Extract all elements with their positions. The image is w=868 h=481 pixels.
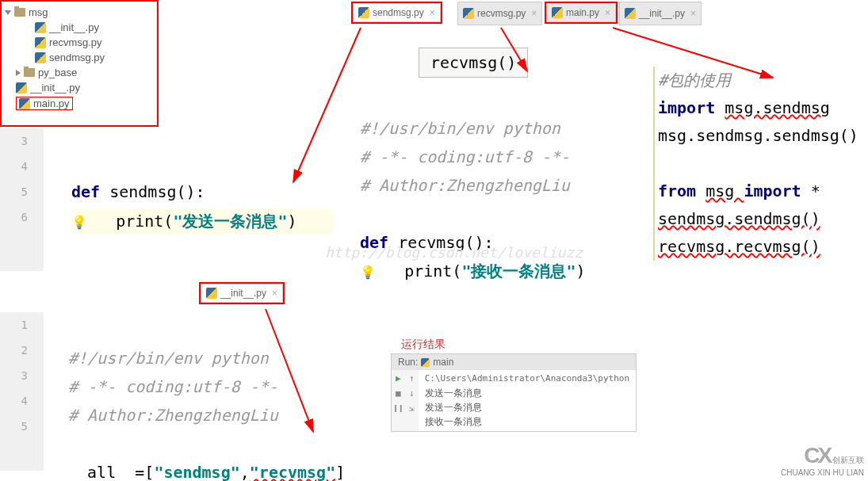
comment: # -*- coding:utf-8 -*-: [68, 377, 278, 396]
kw-import: import: [744, 181, 810, 200]
output-line: 接收一条消息: [425, 414, 629, 429]
run-output[interactable]: C:\Users\Administrator\Anaconda3\python …: [419, 370, 636, 431]
kw-import: import: [658, 98, 725, 117]
python-file-icon: [16, 82, 27, 94]
python-file-icon: [463, 8, 474, 19]
output-line: 发送一条消息: [425, 386, 629, 400]
line-number: 5: [0, 414, 28, 439]
tree-label: main.py: [33, 97, 70, 109]
run-controls-right: ↑ ↓ ⇲: [405, 370, 419, 431]
pause-icon[interactable]: ❙❙: [393, 403, 403, 414]
folder-icon: [24, 68, 35, 77]
python-file-icon: [358, 7, 369, 18]
line-number: 5: [0, 179, 28, 204]
tab-init[interactable]: __init__.py×: [619, 2, 702, 25]
string-literal: "sendmsg": [154, 463, 239, 481]
play-icon[interactable]: ▶: [396, 373, 401, 384]
logo-mark: CX: [804, 443, 830, 468]
bulb-icon[interactable]: 💡: [71, 215, 87, 230]
run-panel: Run: main ▶ ■ ❙❙ ↑ ↓ ⇲ C:\Users\Administ…: [391, 353, 637, 432]
code-sendmsg-print[interactable]: 💡 print("发送一条消息"): [71, 209, 333, 234]
tab-label: __init__.py: [639, 8, 685, 19]
bulb-icon[interactable]: 💡: [360, 265, 376, 280]
watermark: http://blog.csdn.net/loveliuzz: [325, 244, 583, 261]
comment: # Author:ZhengzhengLiu: [68, 406, 278, 425]
call: recvmsg.recvmsg(): [658, 237, 820, 256]
tree-label: recvmsg.py: [49, 36, 101, 48]
close-icon[interactable]: ×: [605, 7, 610, 18]
call: msg.sendmsg.sendmsg(): [658, 126, 858, 145]
svg-line-0: [293, 28, 361, 182]
tab-label: recvmsg.py: [477, 8, 526, 19]
logo: CX 创新互联 CHUANG XIN HU LIAN: [781, 443, 864, 477]
run-path: C:\Users\Administrator\Anaconda3\python: [425, 372, 629, 386]
python-file-icon: [552, 7, 563, 18]
line-number: 3: [0, 128, 28, 154]
close-icon[interactable]: ×: [690, 8, 696, 19]
tab-recvmsg[interactable]: recvmsg.py×: [457, 2, 542, 25]
string-literal: "recvmsg": [250, 463, 335, 481]
chevron-down-icon: [5, 10, 11, 15]
run-controls-left: ▶ ■ ❙❙: [392, 370, 405, 431]
comment: # Author:ZhengzhengLiu: [360, 176, 570, 195]
tab-init-wrap: __init__.py×: [619, 2, 702, 25]
fn-name: sendmsg():: [109, 182, 205, 201]
line-number: 2: [0, 338, 28, 363]
tab-sendmsg-wrap: sendmsg.py×: [351, 2, 442, 24]
comment: ##包的使用包的使用: [658, 71, 731, 90]
tree-label: __init__.py: [30, 82, 80, 94]
tree-file-main[interactable]: main.py: [5, 95, 154, 112]
tab-label: sendmsg.py: [373, 7, 424, 18]
tree-file-sendmsg[interactable]: sendmsg.py: [5, 50, 154, 65]
chevron-right-icon: [16, 70, 21, 76]
tab-recvmsg-wrap: recvmsg.py×: [457, 2, 542, 25]
comment: # -*- coding:utf-8 -*-: [360, 147, 570, 166]
python-file-icon: [625, 8, 636, 19]
tab-sendmsg[interactable]: sendmsg.py×: [353, 3, 441, 22]
tree-file-recvmsg[interactable]: recvmsg.py: [5, 35, 154, 50]
code-main[interactable]: ##包的使用包的使用 import msg.sendmsg msg.sendms…: [653, 67, 859, 261]
code-sendmsg[interactable]: def sendmsg():: [71, 182, 205, 201]
tree-label: __init__.py: [49, 21, 99, 33]
stop-icon[interactable]: ■: [396, 388, 401, 399]
code-init[interactable]: #!/usr/bin/env python # -*- coding:utf-8…: [68, 315, 345, 481]
folder-icon: [14, 8, 25, 17]
module: msg: [705, 181, 744, 200]
python-file-icon: [421, 358, 430, 367]
close-icon[interactable]: ×: [531, 8, 537, 19]
tree-folder-msg[interactable]: msg: [5, 5, 154, 20]
export-icon[interactable]: ⇲: [409, 403, 415, 414]
fn-print: print: [404, 261, 452, 281]
down-icon[interactable]: ↓: [409, 388, 415, 399]
project-tree[interactable]: msg __init__.py recvmsg.py sendmsg.py py…: [0, 0, 159, 127]
tree-label: msg: [29, 6, 48, 18]
comment: #!/usr/bin/env python: [360, 119, 560, 138]
close-icon[interactable]: ×: [430, 7, 435, 18]
run-result-title: 运行结果: [401, 338, 445, 352]
gutter-init: 1 2 3 4 5: [0, 312, 44, 471]
python-file-icon: [35, 22, 46, 33]
tab-label: __init__.py: [220, 288, 266, 299]
tab-main-wrap: main.py×: [545, 2, 618, 24]
logo-text: 创新互联: [832, 456, 864, 464]
run-header[interactable]: Run: main: [392, 354, 636, 370]
tree-folder-pybase[interactable]: py_base: [5, 65, 154, 80]
tab-main[interactable]: main.py×: [546, 3, 616, 22]
line-number: 4: [0, 388, 28, 414]
up-icon[interactable]: ↑: [409, 373, 415, 384]
line-number: 3: [0, 363, 28, 388]
python-file-icon: [19, 98, 30, 109]
kw-from: from: [658, 181, 705, 200]
output-line: 发送一条消息: [425, 400, 629, 414]
gutter-sendmsg: 3 4 5 6: [0, 128, 44, 271]
tree-file-init[interactable]: __init__.py: [5, 20, 154, 35]
all-assign: __all__=[: [68, 463, 154, 481]
tree-label: py_base: [38, 67, 77, 78]
call: sendmsg.sendmsg(): [658, 209, 820, 228]
tree-file-init2[interactable]: __init__.py: [5, 80, 154, 95]
python-file-icon: [35, 37, 46, 48]
close-icon[interactable]: ×: [272, 288, 277, 299]
tab-init-bottom[interactable]: __init__.py×: [201, 284, 283, 303]
fn-print: print: [116, 212, 163, 231]
string-literal: "接收一条消息": [461, 261, 575, 281]
